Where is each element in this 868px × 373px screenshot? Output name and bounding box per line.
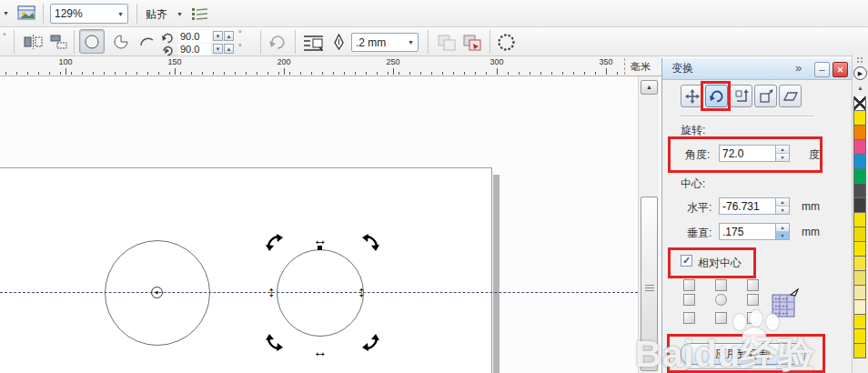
scroll-up-button[interactable]: ▲ xyxy=(641,80,658,95)
ruler-tick xyxy=(278,72,279,75)
color-swatch[interactable] xyxy=(853,197,866,213)
anchor-checkbox[interactable] xyxy=(683,312,695,324)
page-area[interactable] xyxy=(0,167,492,373)
vertical-input[interactable]: .175 xyxy=(719,223,776,240)
selected-circle-shape[interactable] xyxy=(277,249,364,337)
rotate-handle-top-right[interactable] xyxy=(362,234,379,251)
outline-pen-icon[interactable] xyxy=(331,33,346,51)
color-swatch[interactable] xyxy=(853,241,866,257)
horizontal-spin-up[interactable]: ▲ xyxy=(776,198,789,206)
mirror-vertical-icon[interactable] xyxy=(48,34,68,49)
transform-scale-mirror-button[interactable] xyxy=(730,85,752,107)
scrollbar-thumb[interactable] xyxy=(641,197,658,371)
no-color-swatch[interactable] xyxy=(853,96,866,111)
zoom-level-value: 129% xyxy=(55,7,83,20)
horizontal-ruler[interactable]: 毫米 100150200250300350 xyxy=(0,56,661,76)
horizontal-spinner[interactable]: ▲ ▼ xyxy=(776,197,790,215)
outline-width-dropdown-icon[interactable]: ▼ xyxy=(408,39,414,45)
anchor-checkbox[interactable] xyxy=(747,294,759,306)
snap-menu-label[interactable]: 贴齐 xyxy=(146,7,167,23)
zoom-level-combobox[interactable]: 129% ▼ xyxy=(50,4,128,24)
color-swatch[interactable] xyxy=(853,227,866,242)
docker-close-button[interactable]: ✕ xyxy=(833,62,848,77)
transform-rotate-button[interactable] xyxy=(705,85,728,107)
color-swatch[interactable] xyxy=(853,168,866,184)
end-angle-spin-down[interactable]: ▼ xyxy=(213,44,223,54)
drawing-canvas[interactable]: ↔ ↔ ↕ ↕ xyxy=(0,76,638,373)
palette-grip[interactable] xyxy=(857,57,859,59)
skew-handle-left[interactable]: ↕ xyxy=(267,284,275,300)
start-angle-value[interactable]: 90.0 xyxy=(178,31,211,43)
rotation-center-icon[interactable] xyxy=(496,32,516,52)
anchor-checkbox[interactable] xyxy=(683,294,695,306)
color-swatch[interactable] xyxy=(853,299,866,315)
color-swatch[interactable] xyxy=(853,183,866,198)
transform-skew-button[interactable] xyxy=(779,85,802,107)
ruler-major-tick xyxy=(497,68,498,75)
anchor-checkbox[interactable] xyxy=(747,312,759,324)
mirror-horizontal-icon[interactable] xyxy=(23,34,43,49)
start-angle-spin-down[interactable]: ▼ xyxy=(213,31,223,41)
color-swatch[interactable] xyxy=(853,212,866,227)
pie-button[interactable] xyxy=(108,29,134,54)
anchor-center-radio[interactable] xyxy=(715,294,727,306)
ellipse-button[interactable] xyxy=(79,29,105,54)
arc-button[interactable] xyxy=(134,29,159,54)
relative-center-checkbox[interactable]: ✓ xyxy=(681,255,692,267)
horizontal-spin-down[interactable]: ▼ xyxy=(776,206,789,214)
palette-scroll-up-icon[interactable]: ▲ xyxy=(856,84,864,92)
color-swatch[interactable] xyxy=(853,110,866,126)
apply-to-duplicate-button[interactable]: 应用到再制 xyxy=(681,343,805,365)
docker-title-label: 变换 xyxy=(671,61,693,76)
outline-width-combobox[interactable]: .2 mm ▼ xyxy=(351,33,419,52)
skew-handle-top[interactable]: ↔ xyxy=(313,232,328,248)
color-swatch[interactable] xyxy=(853,125,866,140)
apply-button-partial[interactable] xyxy=(681,368,805,373)
vertical-scrollbar[interactable]: ▲ xyxy=(638,76,659,373)
horizontal-input[interactable]: -76.731 xyxy=(719,197,776,215)
skew-handle-right[interactable]: ↕ xyxy=(358,284,365,300)
skew-handle-bottom[interactable]: ↔ xyxy=(313,344,328,360)
angle-spin-down[interactable]: ▼ xyxy=(776,153,789,161)
anchor-checkbox[interactable] xyxy=(715,279,727,291)
angle-spin-up[interactable]: ▲ xyxy=(776,146,789,153)
copy-to-layer-icon[interactable] xyxy=(462,34,482,51)
copies-grid-icon[interactable]: ++++++++++++ xyxy=(771,287,800,318)
transform-position-button[interactable] xyxy=(681,85,703,107)
rotation-center-marker[interactable] xyxy=(151,287,163,298)
horizontal-label: 水平: xyxy=(687,200,712,216)
zoom-dropdown-icon[interactable]: ▼ xyxy=(117,11,124,17)
transform-size-button[interactable] xyxy=(754,85,777,107)
rotate-handle-bottom-right[interactable] xyxy=(362,334,379,351)
svg-text:++: ++ xyxy=(774,296,782,301)
color-swatch[interactable] xyxy=(853,139,866,155)
angle-spinner[interactable]: ▲ ▼ xyxy=(776,145,790,162)
palette-expand-icon[interactable]: ▶ xyxy=(853,66,867,80)
vertical-spinner[interactable]: ▲ ▼ xyxy=(776,223,790,240)
color-swatch[interactable] xyxy=(853,343,866,358)
rotate-handle-bottom-left[interactable] xyxy=(266,334,283,351)
start-angle-spin-up[interactable]: ▲ xyxy=(224,31,234,41)
color-swatch[interactable] xyxy=(853,270,866,286)
vertical-spin-down[interactable]: ▼ xyxy=(776,231,789,239)
color-swatch[interactable] xyxy=(853,285,866,300)
vertical-spin-up[interactable]: ▲ xyxy=(776,224,789,231)
angle-input[interactable]: 72.0 xyxy=(719,145,776,162)
export-image-icon[interactable] xyxy=(16,5,36,21)
overflow-caret-icon[interactable]: ▼ xyxy=(3,10,9,16)
end-angle-value[interactable]: 90.0 xyxy=(178,44,211,55)
end-angle-spin-up[interactable]: ▲ xyxy=(224,44,234,54)
color-swatch[interactable] xyxy=(853,154,866,169)
docker-minimize-button[interactable]: ─ xyxy=(814,62,830,77)
anchor-checkbox[interactable] xyxy=(715,312,727,324)
text-wrap-icon[interactable] xyxy=(302,34,324,51)
docker-chevrons-icon[interactable]: » xyxy=(795,61,802,75)
snap-dropdown-icon[interactable]: ▼ xyxy=(177,11,183,17)
snap-options-icon[interactable] xyxy=(191,6,209,22)
color-swatch[interactable] xyxy=(853,328,866,344)
anchor-checkbox[interactable] xyxy=(683,279,695,291)
anchor-checkbox[interactable] xyxy=(747,279,759,291)
color-swatch[interactable] xyxy=(853,256,866,271)
rotate-handle-top-left[interactable] xyxy=(266,234,283,251)
color-swatch[interactable] xyxy=(853,314,866,329)
